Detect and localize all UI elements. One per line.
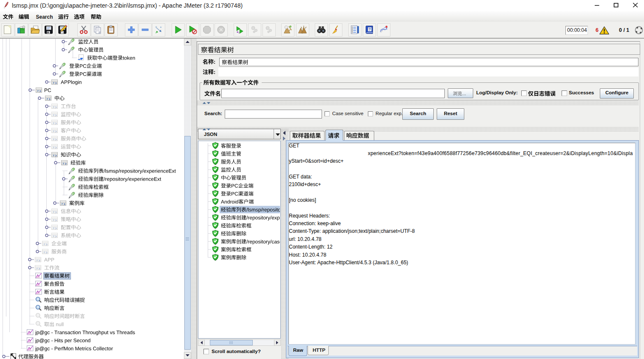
svg-text:?: ? [369,27,371,31]
